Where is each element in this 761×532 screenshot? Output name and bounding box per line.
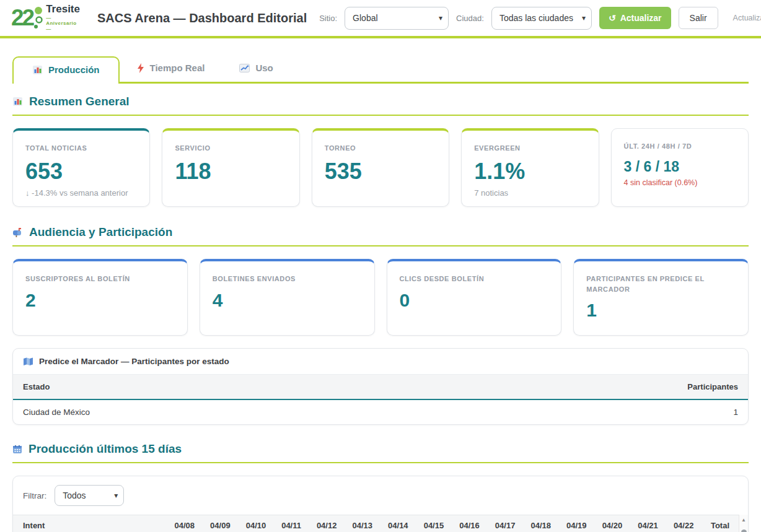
tab-producción[interactable]: Producción — [12, 56, 120, 84]
production-table: Intent04/0804/0904/1004/1104/1204/1304/1… — [13, 515, 739, 532]
column-header-date: 04/19 — [559, 515, 595, 532]
stat-card-value: 535 — [325, 160, 436, 183]
column-header-date: 04/17 — [487, 515, 523, 532]
map-icon — [23, 357, 33, 366]
column-header-date: 04/21 — [630, 515, 666, 532]
stat-card: CLICS DESDE BOLETÍN0 — [387, 259, 562, 336]
predice-title-text: Predice el Marcador — Participantes por … — [39, 357, 229, 366]
section-title-audiencia: Audiencia y Participación — [29, 225, 172, 239]
city-select[interactable]: Todas las ciudades — [491, 7, 592, 30]
production-header-row: Intent04/0804/0904/1004/1104/1204/1304/1… — [13, 515, 739, 532]
scrollbar-up-arrow[interactable]: ▲ — [739, 515, 748, 525]
production-panel: Filtrar: Todos Intent04/0804/0904/1004/1… — [12, 476, 749, 532]
stat-card-label: TORNEO — [325, 143, 436, 154]
tab-label: Producción — [48, 64, 100, 75]
column-header-date: 04/16 — [452, 515, 488, 532]
tab-uso[interactable]: Uso — [222, 56, 290, 82]
tab-label: Uso — [255, 63, 273, 73]
column-header-date: 04/20 — [594, 515, 630, 532]
stat-card-value: 4 — [213, 290, 362, 310]
logo-number: 22 — [11, 6, 33, 29]
predice-marcador-panel: Predice el Marcador — Participantes por … — [12, 348, 749, 425]
refresh-button-label: Actualizar — [620, 13, 662, 23]
predice-row-estado: Ciudad de México — [23, 408, 90, 417]
city-select-label: Ciudad: — [456, 14, 484, 23]
stat-card: TORNEO535 — [312, 128, 449, 207]
logout-button[interactable]: Salir — [679, 7, 718, 29]
column-header-date: 04/12 — [309, 515, 345, 532]
stat-card-label: ÚLT. 24H / 48H / 7D — [624, 141, 736, 152]
stat-card-label: TOTAL NOTICIAS — [25, 143, 137, 154]
stat-card-label: CLICS DESDE BOLETÍN — [400, 274, 549, 284]
stat-card: PARTICIPANTES EN PREDICE EL MARCADOR1 — [573, 259, 749, 336]
tab-label: Tiempo Real — [150, 63, 205, 73]
predice-table-header: Estado Participantes — [13, 375, 748, 400]
predice-table-row: Ciudad de México 1 — [13, 400, 748, 424]
column-header-date: 04/09 — [203, 515, 239, 532]
filter-select[interactable]: Todos — [55, 485, 124, 506]
predice-col-participantes: Participantes — [687, 382, 738, 391]
logo-dots-icon — [33, 6, 43, 30]
stat-card-label: SERVICIO — [175, 143, 286, 154]
section-title-resumen: Resumen General — [29, 95, 130, 108]
refresh-icon: ↺ — [609, 13, 616, 23]
last-updated-text: Actualizado: 11:21:01 a.m. — [726, 14, 761, 22]
column-header-intent: Intent — [13, 515, 167, 532]
stat-card: BOLETINES ENVIADOS4 — [200, 259, 375, 336]
bar-chart-icon — [32, 65, 43, 75]
column-header-date: 04/08 — [167, 515, 203, 532]
page-title: SACS Arena — Dashboard Editorial — [97, 11, 307, 25]
stat-card-value: 1 — [586, 300, 736, 320]
mailbox-icon — [12, 227, 23, 237]
stat-card-subtext: ↓ -14.3% vs semana anterior — [25, 188, 137, 198]
stat-card-value: 0 — [400, 290, 549, 310]
stat-card-value: 2 — [25, 290, 175, 310]
section-resumen-general: Resumen General — [12, 95, 749, 116]
production-table-wrap: Intent04/0804/0904/1004/1104/1204/1304/1… — [13, 515, 748, 532]
stat-card-value: 3 / 6 / 18 — [624, 159, 736, 174]
stat-card-label: PARTICIPANTES EN PREDICE EL MARCADOR — [586, 274, 736, 294]
lightning-icon — [137, 63, 144, 73]
column-header-date: 04/11 — [274, 515, 309, 532]
filter-select-wrap: Todos — [55, 485, 124, 506]
stat-card-value: 1.1% — [474, 160, 586, 183]
stat-card: SUSCRIPTORES AL BOLETÍN2 — [12, 259, 188, 336]
column-header-date: 04/18 — [523, 515, 559, 532]
filter-row: Filtrar: Todos — [13, 476, 748, 512]
line-chart-icon — [239, 64, 250, 72]
column-header-date: 04/22 — [666, 515, 702, 532]
column-header-date: 04/15 — [416, 515, 452, 532]
stat-card-value: 118 — [175, 160, 286, 183]
stat-card: EVERGREEN1.1%7 noticias — [461, 128, 599, 207]
bar-chart-icon — [12, 97, 23, 107]
site-select-label: Sitio: — [319, 14, 337, 23]
site-select[interactable]: Global — [345, 7, 449, 30]
section-title-produccion: Producción últimos 15 días — [29, 442, 182, 456]
column-header-date: 04/14 — [381, 515, 416, 532]
section-produccion-15dias: Producción últimos 15 días — [12, 442, 749, 463]
stat-cards-grid: TOTAL NOTICIAS653↓ -14.3% vs semana ante… — [12, 128, 749, 207]
scrollbar-thumb[interactable] — [741, 530, 747, 532]
stat-card: ÚLT. 24H / 48H / 7D3 / 6 / 184 sin clasi… — [611, 128, 749, 207]
brand-logo: 22 Tresite — Aniversario — — [11, 4, 80, 32]
site-select-wrap: Global — [345, 7, 449, 30]
tab-bar: ProducciónTiempo RealUso — [12, 56, 749, 84]
tab-tiempo-real[interactable]: Tiempo Real — [120, 56, 222, 82]
stat-card-subtext: 7 noticias — [474, 188, 586, 198]
section-audiencia: Audiencia y Participación — [12, 225, 749, 246]
top-bar: 22 Tresite — Aniversario — SACS Arena — … — [0, 0, 761, 38]
stat-card-label: EVERGREEN — [474, 143, 586, 154]
stat-card-subtext: 4 sin clasificar (0.6%) — [624, 178, 736, 187]
stat-card-value: 653 — [25, 160, 137, 183]
predice-col-estado: Estado — [23, 382, 50, 391]
column-header-date: 04/10 — [238, 515, 274, 532]
stat-card-label: BOLETINES ENVIADOS — [213, 274, 362, 284]
table-scrollbar[interactable]: ▲ — [739, 515, 748, 532]
column-header-total: Total — [702, 515, 739, 532]
stat-card: TOTAL NOTICIAS653↓ -14.3% vs semana ante… — [12, 128, 150, 207]
stat-card-label: SUSCRIPTORES AL BOLETÍN — [25, 274, 175, 284]
refresh-button[interactable]: ↺ Actualizar — [599, 7, 671, 29]
city-select-wrap: Todas las ciudades — [491, 7, 592, 30]
calendar-icon — [12, 445, 22, 454]
stat-card: SERVICIO118 — [162, 128, 299, 207]
